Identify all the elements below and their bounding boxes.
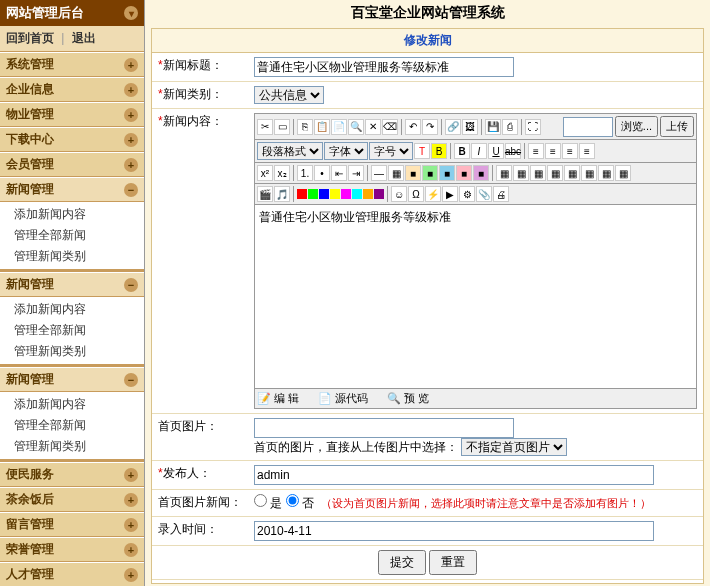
content-textarea[interactable]: 普通住宅小区物业管理服务等级标准 xyxy=(255,205,696,385)
char-icon[interactable]: Ω xyxy=(408,186,424,202)
color-purple[interactable] xyxy=(374,189,384,199)
tool3-icon[interactable]: 🖨 xyxy=(493,186,509,202)
outdent-icon[interactable]: ⇤ xyxy=(331,165,347,181)
sidebar-group-4[interactable]: 会员管理+ xyxy=(0,152,144,177)
tool1-icon[interactable]: ⚙ xyxy=(459,186,475,202)
emoji-icon[interactable]: ☺ xyxy=(391,186,407,202)
submit-button[interactable]: 提交 xyxy=(378,550,426,575)
m1-icon[interactable]: 🎬 xyxy=(257,186,273,202)
forecolor-icon[interactable]: T xyxy=(414,143,430,159)
fullscreen-icon[interactable]: ⛶ xyxy=(525,119,541,135)
sidebar-sub-5-0[interactable]: 添加新闻内容 xyxy=(0,204,144,225)
cut-icon[interactable]: ✂ xyxy=(257,119,273,135)
image-icon[interactable]: 🖼 xyxy=(462,119,478,135)
bold-icon[interactable]: B xyxy=(454,143,470,159)
sidebar-sub-5-2[interactable]: 管理新闻类别 xyxy=(0,246,144,267)
para-select[interactable]: 段落格式 xyxy=(257,142,323,160)
size-select[interactable]: 字号 xyxy=(369,142,413,160)
sidebar-group-6[interactable]: 新闻管理− xyxy=(0,272,144,297)
color-blue[interactable] xyxy=(319,189,329,199)
sidebar-group-2[interactable]: 物业管理+ xyxy=(0,102,144,127)
sup-icon[interactable]: x² xyxy=(257,165,273,181)
collapse-icon[interactable]: ▾ xyxy=(124,6,138,20)
time-input[interactable] xyxy=(254,521,654,541)
sidebar-group-0[interactable]: 系统管理+ xyxy=(0,52,144,77)
obj3-icon[interactable]: ■ xyxy=(439,165,455,181)
sidebar-group-11[interactable]: 荣誉管理+ xyxy=(0,537,144,562)
tab8-icon[interactable]: ▦ xyxy=(615,165,631,181)
redo-icon[interactable]: ↷ xyxy=(422,119,438,135)
obj2-icon[interactable]: ■ xyxy=(422,165,438,181)
sidebar-sub-7-2[interactable]: 管理新闻类别 xyxy=(0,436,144,457)
color-green[interactable] xyxy=(308,189,318,199)
tab6-icon[interactable]: ▦ xyxy=(581,165,597,181)
sidebar-sub-6-0[interactable]: 添加新闻内容 xyxy=(0,299,144,320)
sidebar-sub-6-2[interactable]: 管理新闻类别 xyxy=(0,341,144,362)
sidebar-sub-6-1[interactable]: 管理全部新闻 xyxy=(0,320,144,341)
tab4-icon[interactable]: ▦ xyxy=(547,165,563,181)
delete-icon[interactable]: ✕ xyxy=(365,119,381,135)
align-center-icon[interactable]: ≡ xyxy=(545,143,561,159)
indent-icon[interactable]: ⇥ xyxy=(348,165,364,181)
find-icon[interactable]: 🔍 xyxy=(348,119,364,135)
tab5-icon[interactable]: ▦ xyxy=(564,165,580,181)
nav-back[interactable]: 回到首页 xyxy=(6,31,54,45)
file-path-input[interactable] xyxy=(563,117,613,137)
mode-source[interactable]: 📄 源代码 xyxy=(318,392,376,404)
backcolor-icon[interactable]: B xyxy=(431,143,447,159)
media-icon[interactable]: ▶ xyxy=(442,186,458,202)
align-right-icon[interactable]: ≡ xyxy=(562,143,578,159)
color-yellow[interactable] xyxy=(330,189,340,199)
undo-icon[interactable]: ↶ xyxy=(405,119,421,135)
sidebar-group-8[interactable]: 便民服务+ xyxy=(0,462,144,487)
sidebar-group-7[interactable]: 新闻管理− xyxy=(0,367,144,392)
italic-icon[interactable]: I xyxy=(471,143,487,159)
strike-icon[interactable]: abc xyxy=(505,143,521,159)
align-left-icon[interactable]: ≡ xyxy=(528,143,544,159)
ol-icon[interactable]: 1. xyxy=(297,165,313,181)
m2-icon[interactable]: 🎵 xyxy=(274,186,290,202)
underline-icon[interactable]: U xyxy=(488,143,504,159)
tab2-icon[interactable]: ▦ xyxy=(513,165,529,181)
pic-select[interactable]: 不指定首页图片 xyxy=(461,438,567,456)
obj4-icon[interactable]: ■ xyxy=(456,165,472,181)
align-justify-icon[interactable]: ≡ xyxy=(579,143,595,159)
sidebar-group-1[interactable]: 企业信息+ xyxy=(0,77,144,102)
eraser-icon[interactable]: ⌫ xyxy=(382,119,398,135)
upload-button[interactable]: 上传 xyxy=(660,116,694,137)
sidebar-sub-7-1[interactable]: 管理全部新闻 xyxy=(0,415,144,436)
copy-icon[interactable]: ⎘ xyxy=(297,119,313,135)
link-icon[interactable]: 🔗 xyxy=(445,119,461,135)
hr-icon[interactable]: — xyxy=(371,165,387,181)
nav-exit[interactable]: 退出 xyxy=(72,31,96,45)
title-input[interactable] xyxy=(254,57,514,77)
author-input[interactable] xyxy=(254,465,654,485)
paste-icon[interactable]: 📋 xyxy=(314,119,330,135)
tab7-icon[interactable]: ▦ xyxy=(598,165,614,181)
radio-yes[interactable] xyxy=(254,494,267,507)
mode-edit[interactable]: 📝 编 辑 xyxy=(257,392,307,404)
homepic-input[interactable] xyxy=(254,418,514,438)
print-icon[interactable]: ⎙ xyxy=(502,119,518,135)
obj5-icon[interactable]: ■ xyxy=(473,165,489,181)
color-cyan[interactable] xyxy=(352,189,362,199)
color-orange[interactable] xyxy=(363,189,373,199)
sidebar-group-9[interactable]: 茶余饭后+ xyxy=(0,487,144,512)
category-select[interactable]: 公共信息 xyxy=(254,86,324,104)
radio-no[interactable] xyxy=(286,494,299,507)
table-icon[interactable]: ▦ xyxy=(388,165,404,181)
obj1-icon[interactable]: ■ xyxy=(405,165,421,181)
paste2-icon[interactable]: 📄 xyxy=(331,119,347,135)
tab1-icon[interactable]: ▦ xyxy=(496,165,512,181)
mode-preview[interactable]: 🔍 预 览 xyxy=(387,392,437,404)
save-icon[interactable]: 💾 xyxy=(485,119,501,135)
sidebar-group-10[interactable]: 留言管理+ xyxy=(0,512,144,537)
sidebar-sub-5-1[interactable]: 管理全部新闻 xyxy=(0,225,144,246)
sub-icon[interactable]: x₂ xyxy=(274,165,290,181)
color-magenta[interactable] xyxy=(341,189,351,199)
ul-icon[interactable]: • xyxy=(314,165,330,181)
tool2-icon[interactable]: 📎 xyxy=(476,186,492,202)
sidebar-group-5[interactable]: 新闻管理− xyxy=(0,177,144,202)
sidebar-group-3[interactable]: 下载中心+ xyxy=(0,127,144,152)
font-select[interactable]: 字体 xyxy=(324,142,368,160)
